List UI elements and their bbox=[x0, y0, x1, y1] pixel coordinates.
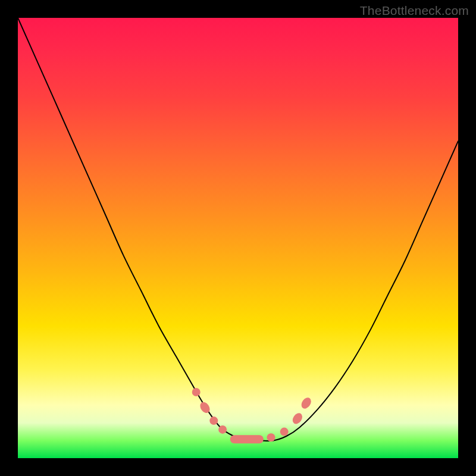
bottleneck-curve bbox=[18, 18, 458, 441]
curve-marker bbox=[280, 428, 289, 436]
chart-frame: TheBottleneck.com bbox=[0, 0, 476, 476]
curve-marker bbox=[290, 411, 304, 425]
source-watermark: TheBottleneck.com bbox=[360, 4, 469, 18]
curve-marker bbox=[192, 388, 201, 396]
curve-marker bbox=[299, 396, 313, 410]
curve-marker bbox=[218, 425, 227, 434]
curve-marker bbox=[267, 433, 275, 441]
plot-area bbox=[18, 18, 458, 458]
curve-marker bbox=[230, 435, 264, 443]
curve-markers bbox=[192, 388, 313, 443]
curve-marker bbox=[209, 416, 218, 425]
chart-svg bbox=[18, 18, 458, 458]
